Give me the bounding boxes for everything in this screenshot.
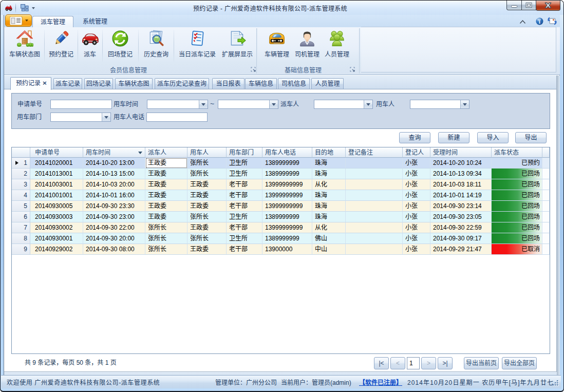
svg-text:i: i — [539, 19, 540, 25]
